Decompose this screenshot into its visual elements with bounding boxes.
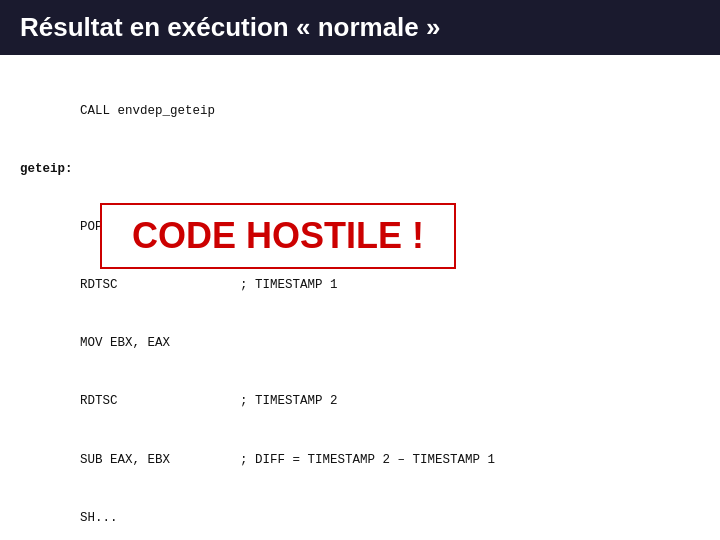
slide-content: CALL envdep_geteip geteip: POP ECX RDTSC… bbox=[0, 55, 720, 540]
code-line-rdtsc2: RDTSC; TIMESTAMP 2 bbox=[20, 392, 700, 411]
code-line-mov: MOV EBX, EAX bbox=[20, 334, 700, 353]
hostile-text: CODE HOSTILE ! bbox=[132, 215, 424, 256]
slide: Résultat en exécution « normale » CALL e… bbox=[0, 0, 720, 540]
code-block: CALL envdep_geteip geteip: POP ECX RDTSC… bbox=[20, 63, 700, 540]
code-line-rdtsc1: RDTSC; TIMESTAMP 1 bbox=[20, 276, 700, 295]
slide-header: Résultat en exécution « normale » bbox=[0, 0, 720, 55]
slide-title: Résultat en exécution « normale » bbox=[20, 12, 440, 42]
code-line-sub: SUB EAX, EBX; DIFF = TIMESTAMP 2 – TIMES… bbox=[20, 451, 700, 470]
code-line-geteip: geteip: bbox=[20, 160, 700, 179]
code-line-sh: SH... bbox=[20, 509, 700, 528]
hostile-overlay: CODE HOSTILE ! bbox=[100, 203, 456, 269]
code-line: CALL envdep_geteip bbox=[20, 102, 700, 121]
